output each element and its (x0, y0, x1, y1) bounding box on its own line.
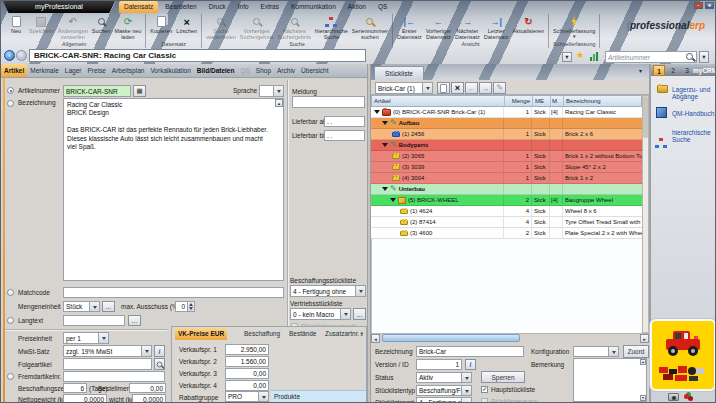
sidebar-tab-mycrm[interactable]: myCRM (693, 65, 716, 76)
verkaufspr4-input[interactable]: 0,00 (225, 380, 269, 391)
beschaffungsstueckliste-select[interactable]: 4 - Fertigung ohne (290, 285, 366, 297)
sidebar-tab-2[interactable]: 2 (667, 65, 679, 76)
tab-arbeitsplan[interactable]: Arbeitsplan (109, 64, 148, 77)
prev-result-button[interactable]: Vorheriges Suchergebnis (238, 14, 276, 40)
ribbon-tab-bearbeiten[interactable]: Bearbeiten (160, 1, 201, 13)
folgeartikel-input[interactable] (63, 358, 152, 370)
bestellmenge-input[interactable]: 0,00 (129, 383, 166, 393)
reload-mask-button[interactable]: ⟳Maske neu laden (112, 14, 143, 40)
ribbon-tab-extras[interactable]: Extras (256, 1, 284, 13)
artikelnummer-grid-button[interactable]: ▦ (133, 85, 146, 97)
article-search-input[interactable]: Artikelnummer (605, 51, 697, 63)
search-icon[interactable] (686, 53, 693, 61)
last-record-button[interactable]: →|Letzter Datensatz (482, 14, 511, 40)
bom-version-input[interactable]: 1 (416, 359, 462, 370)
tab-vorkalkulation[interactable]: Vorkalkulation (147, 64, 193, 77)
tab-zusatzartnr[interactable]: Zusatzartnr. (325, 330, 359, 337)
sperren-button[interactable]: Sperren (481, 371, 525, 383)
vertriebsstueckliste-select[interactable]: 0 - kein Macro (290, 308, 351, 320)
verkaufspr3-input[interactable]: 0,00 (225, 368, 269, 379)
vertriebsstueckliste-more-button[interactable]: ... (353, 308, 366, 320)
minimize-button[interactable]: − (694, 2, 703, 9)
table-row[interactable]: (3) 4600 2StckPlate Special 2 x 2 with W… (371, 228, 642, 239)
hauptstueckliste-checkbox[interactable]: ✓ (481, 386, 488, 393)
tab-artikel[interactable]: Artikel (1, 64, 27, 77)
beschaffungszeit-input[interactable]: 6 (63, 383, 87, 393)
table-row[interactable]: ✎Unterbau (371, 184, 642, 195)
table-row[interactable]: (4) 3004 1StckBrick 1 x 2 (371, 173, 642, 184)
pin-icon[interactable]: ▾ (639, 67, 642, 74)
scroll-up-icon[interactable]: ▲ (640, 359, 646, 365)
bom-typ-select[interactable]: Beschaffung/Fer (416, 385, 472, 396)
new-button[interactable]: Neu (5, 14, 27, 40)
sidebar-item-lagerzugaenge[interactable]: Lagerzu- und Abgänge (672, 86, 716, 101)
folgeartikel-search-button[interactable] (154, 358, 165, 370)
tab-archiv[interactable]: Archiv (274, 64, 298, 77)
column-header-menge[interactable]: Menge (505, 96, 533, 106)
verkaufspr1-input[interactable]: 2.950,00 (225, 344, 269, 355)
bom-delete-button[interactable]: × (451, 82, 464, 94)
scroll-up-icon[interactable]: ▲ (275, 99, 283, 107)
preiseinheit-select[interactable]: per 1 (63, 332, 109, 344)
bom-panel-tab[interactable]: Stückliste (374, 66, 424, 80)
table-row[interactable]: (2) 87414 4StckTyre Offset Tread Small w… (371, 217, 642, 228)
table-row[interactable]: (2) 3065 1StckBrick 1 x 2 without Bottom… (371, 151, 642, 162)
article-image[interactable] (652, 321, 714, 389)
ribbon-tab-info[interactable]: Info (233, 1, 254, 13)
table-row[interactable]: (0) BRICK-CAR-SNR Brick-Car (1) 1Stck[4]… (371, 107, 642, 118)
favorite-window-button[interactable]: ★ (705, 2, 714, 9)
search-button[interactable]: Suchen (90, 14, 113, 40)
next-result-button[interactable]: Nächstes Suchergebnis (275, 14, 313, 40)
bom-bezeichnung-input[interactable]: Brick-Car (416, 346, 524, 357)
next-record-button[interactable]: →Nächster Datensatz (453, 14, 482, 40)
ribbon-tab-kommunikation[interactable]: Kommunikation (286, 1, 341, 13)
tab-vk-preise[interactable]: VK-Preise EUR (175, 328, 227, 340)
column-header-artikel[interactable]: Artikel (372, 96, 505, 106)
bom-vertical-scrollbar-thumb[interactable] (643, 96, 648, 138)
bom-art-select[interactable]: 4 - Fertigung ohr (416, 397, 472, 403)
back-button[interactable]: ‹ (4, 50, 15, 61)
app-title[interactable]: myProfessional (3, 1, 115, 13)
verkaufspr2-input[interactable]: 1.560,00 (225, 356, 269, 367)
quick-entry-button[interactable]: Schnellerfassung▾ (551, 14, 597, 40)
artikelnummer-radio[interactable] (7, 87, 14, 94)
rabattgruppe-select[interactable]: PRO (225, 391, 269, 402)
tab-preise[interactable]: Preise (84, 64, 108, 77)
sidebar-tab-3[interactable]: 3 (681, 65, 693, 76)
save-button[interactable]: Speichern (27, 14, 56, 40)
hierarchical-search-button[interactable]: hierarchische Suche (313, 14, 350, 40)
discard-changes-button[interactable]: ↶Änderungen verwerfen (56, 14, 90, 40)
collapse-panel-icon[interactable]: ⇟ (359, 330, 364, 337)
sidebar-item-hierarchische-suche[interactable]: hierarchische Suche (672, 129, 716, 144)
serial-search-button[interactable]: Seriennummer suchen (350, 14, 390, 40)
scroll-down-icon[interactable]: ▼ (640, 395, 646, 401)
sidebar-item-qm-handbuch[interactable]: QM-Handbuch (672, 110, 714, 117)
ribbon-tab-druck[interactable]: Druck (204, 1, 231, 13)
scroll-left-icon[interactable]: ◂ (371, 334, 380, 343)
bom-horizontal-scrollbar-thumb[interactable] (382, 334, 520, 342)
langtext-more-button[interactable]: ... (128, 315, 141, 326)
tab-shop[interactable]: Shop (253, 64, 274, 77)
tab-qs[interactable]: QS (237, 64, 252, 77)
header-dropdown-button[interactable]: ▾ (562, 52, 572, 62)
prev-record-button[interactable]: ←Vorheriger Datensatz (424, 14, 453, 40)
camera-icon[interactable] (668, 393, 679, 401)
bruttogewicht-input[interactable]: 0,0000 (132, 394, 166, 403)
langtext-radio[interactable] (7, 317, 14, 324)
langtext-input[interactable] (63, 315, 125, 326)
ribbon-tab-qs[interactable]: QS (373, 1, 392, 13)
search-options-button[interactable]: ▾ (699, 51, 709, 63)
matchcode-radio[interactable] (7, 289, 14, 296)
repeat-search-button[interactable]: Suche wiederholen (204, 14, 238, 40)
copy-button[interactable]: Kopieren (148, 14, 174, 40)
delete-button[interactable]: ×Löschen (174, 14, 199, 40)
scroll-right-icon[interactable]: ▸ (640, 334, 649, 343)
forward-button[interactable]: › (16, 50, 27, 61)
bom-version-info-button[interactable]: i (465, 359, 476, 370)
table-row[interactable]: ✎Bodyparts (371, 140, 642, 151)
table-row[interactable]: ✎Aufbau (371, 118, 642, 129)
lieferbar-bis-input[interactable]: . . (324, 130, 365, 141)
bom-new-button[interactable] (437, 82, 450, 94)
berries-icon[interactable] (684, 394, 689, 399)
fremdartikel-input[interactable] (63, 371, 165, 382)
